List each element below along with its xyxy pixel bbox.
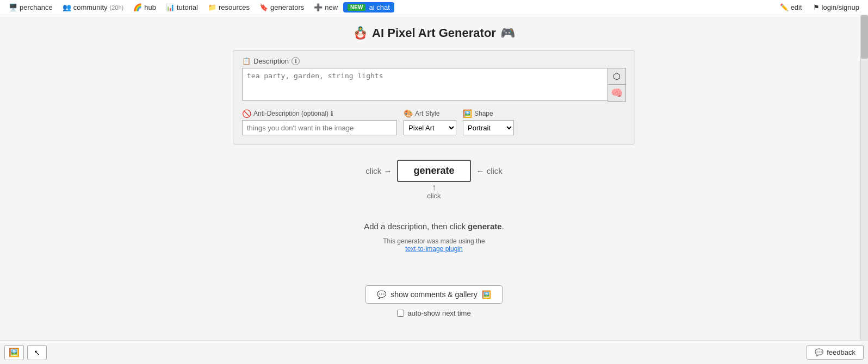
shape-group: 🖼️ Shape Portrait Landscape Square (463, 109, 514, 135)
nav-aichat-label: ai chat (369, 3, 389, 11)
auto-show-label: auto-show next time (407, 309, 470, 317)
nav-generators[interactable]: 🔖 generators (255, 2, 308, 12)
hub-icon: 🌈 (133, 3, 142, 11)
main-content: 🪆 AI Pixel Art Generator 🎮 📋 Description… (0, 15, 868, 328)
generate-area: click → generate ← click ↑ click (365, 160, 503, 200)
title-icon-left: 🪆 (353, 26, 368, 40)
description-input-row: ⬡ 🧠 (242, 68, 626, 102)
login-icon: ⚑ (813, 3, 820, 11)
scrollbar-track[interactable] (860, 15, 868, 340)
click-below-text: click (427, 192, 441, 200)
nav-new[interactable]: ➕ new (309, 2, 342, 12)
description-info-icon[interactable]: ℹ (292, 57, 300, 65)
art-style-group: 🎨 Art Style Pixel Art Watercolor Oil Pai… (404, 109, 456, 135)
anti-desc-label-text: Anti-Description (optional) (253, 110, 328, 117)
anti-desc-info-icon[interactable]: ℹ (331, 110, 333, 117)
art-style-label-text: Art Style (415, 110, 439, 117)
tutorial-icon: 📊 (166, 3, 175, 11)
art-style-label: 🎨 Art Style (404, 109, 456, 118)
nav-edit[interactable]: ✏️ edit (776, 2, 807, 12)
nav-resources-label: resources (219, 3, 250, 11)
nav-edit-label: edit (791, 3, 802, 11)
generate-button-row: click → generate ← click (365, 160, 503, 182)
show-comments-label: show comments & gallery (390, 290, 478, 299)
shape-icon: 🖼️ (463, 109, 472, 118)
community-badge: (20h) (110, 4, 124, 11)
bottom-cursor-button[interactable]: ↖ (27, 345, 47, 360)
description-input[interactable] (242, 68, 607, 101)
page-title-row: 🪆 AI Pixel Art Generator 🎮 (353, 26, 515, 40)
nav-login[interactable]: ⚑ login/signup (809, 2, 864, 12)
up-arrow-icon: ↑ (432, 183, 436, 192)
nav-aichat[interactable]: NEW ai chat (343, 2, 394, 12)
nav-hub[interactable]: 🌈 hub (129, 2, 160, 12)
add-desc-before: Add a description, then click (364, 222, 468, 231)
gallery-icon-right: 🖼️ (482, 290, 491, 299)
generate-button[interactable]: generate (397, 160, 470, 182)
art-style-select[interactable]: Pixel Art Watercolor Oil Painting Sketch… (404, 120, 456, 135)
click-right-text: ← click (476, 166, 503, 175)
bottom-bar: 🖼️ ↖ 💬 feedback (0, 340, 868, 364)
enhance-button[interactable]: 🧠 (608, 85, 625, 101)
new-icon: ➕ (314, 3, 323, 11)
generator-panel: 📋 Description ℹ ⬡ 🧠 🚫 Anti-Description (… (233, 50, 635, 145)
add-desc-after: . (502, 222, 504, 231)
nav-login-label: login/signup (822, 3, 859, 11)
title-icon-right: 🎮 (500, 26, 515, 40)
plugin-info: This generator was made using the text-t… (383, 237, 485, 253)
secondary-options-row: 🚫 Anti-Description (optional) ℹ 🎨 Art St… (242, 109, 626, 135)
click-below-indicator: ↑ click (427, 183, 441, 200)
description-label-row: 📋 Description ℹ (242, 57, 626, 65)
description-side-buttons: ⬡ 🧠 (607, 68, 626, 102)
top-navigation: 🖥️ perchance 👥 community (20h) 🌈 hub 📊 t… (0, 0, 868, 15)
comments-icon-left: 💬 (377, 290, 386, 299)
shape-label-text: Shape (474, 110, 493, 117)
nav-perchance-label: perchance (20, 3, 53, 11)
anti-description-label: 🚫 Anti-Description (optional) ℹ (242, 109, 397, 118)
click-left-text: click → (365, 166, 392, 175)
nav-generators-label: generators (270, 3, 304, 11)
auto-show-checkbox[interactable] (397, 310, 404, 317)
new-badge: NEW (348, 4, 365, 11)
comments-gallery-area: 💬 show comments & gallery 🖼️ auto-show n… (365, 285, 503, 317)
shape-select[interactable]: Portrait Landscape Square (463, 120, 514, 135)
add-description-hint: Add a description, then click generate. (364, 222, 504, 231)
nav-new-label: new (325, 3, 338, 11)
plugin-line1: This generator was made using the (383, 237, 485, 245)
description-label-text: Description (253, 57, 289, 65)
nav-community-label: community (73, 3, 108, 11)
nav-tutorial-label: tutorial (177, 3, 198, 11)
anti-description-input[interactable] (242, 120, 397, 135)
nav-resources[interactable]: 📁 resources (203, 2, 254, 12)
feedback-button[interactable]: 💬 feedback (807, 345, 864, 360)
description-field-icon: 📋 (242, 57, 251, 65)
random-button[interactable]: ⬡ (608, 68, 625, 85)
resources-icon: 📁 (208, 3, 216, 11)
shape-label: 🖼️ Shape (463, 109, 514, 118)
nav-community[interactable]: 👥 community (20h) (58, 2, 128, 12)
edit-icon: ✏️ (780, 3, 789, 11)
nav-tutorial[interactable]: 📊 tutorial (162, 2, 202, 12)
scrollbar-thumb[interactable] (861, 15, 868, 59)
bottom-image-button[interactable]: 🖼️ (4, 345, 24, 360)
anti-desc-icon: 🚫 (242, 109, 251, 118)
auto-show-row: auto-show next time (397, 309, 470, 317)
community-icon: 👥 (63, 3, 71, 11)
anti-description-group: 🚫 Anti-Description (optional) ℹ (242, 109, 397, 135)
feedback-label: feedback (827, 348, 855, 356)
show-comments-button[interactable]: 💬 show comments & gallery 🖼️ (365, 285, 503, 304)
art-style-icon: 🎨 (404, 109, 413, 118)
generators-icon: 🔖 (259, 3, 268, 11)
plugin-link[interactable]: text-to-image plugin (405, 245, 462, 253)
feedback-icon: 💬 (815, 348, 823, 356)
nav-hub-label: hub (144, 3, 156, 11)
add-desc-bold: generate (468, 222, 502, 231)
nav-perchance[interactable]: 🖥️ perchance (4, 2, 57, 12)
page-title: AI Pixel Art Generator (372, 26, 496, 40)
perchance-icon: 🖥️ (9, 3, 17, 11)
